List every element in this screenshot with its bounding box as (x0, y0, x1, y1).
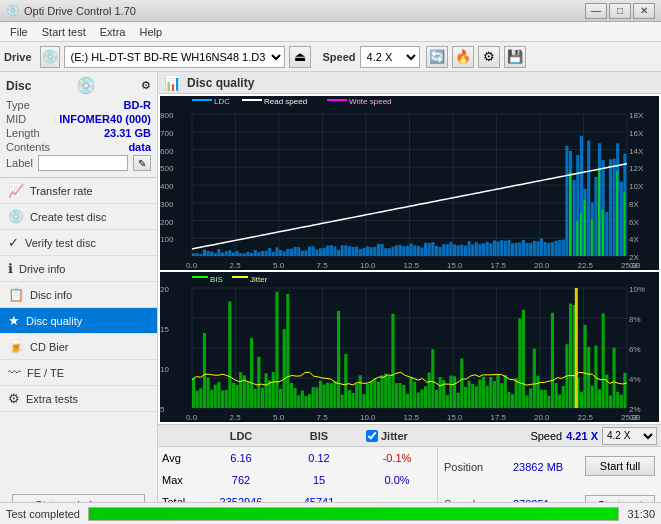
lower-chart (160, 272, 659, 422)
menubar: File Start test Extra Help (0, 22, 661, 42)
avg-row: Avg 6.16 0.12 -0.1% (158, 447, 437, 469)
nav-label-verify-test-disc: Verify test disc (25, 237, 96, 249)
progress-bar-fill (89, 508, 618, 520)
disc-config-icon: ⚙ (141, 79, 151, 92)
avg-jitter: -0.1% (362, 452, 432, 464)
app-icon: 💿 (6, 4, 20, 17)
nav-icon-transfer-rate: 📈 (8, 183, 24, 198)
lower-canvas (160, 272, 659, 422)
nav-icon-cd-bier: 🍺 (8, 339, 24, 354)
max-bis: 15 (284, 474, 354, 486)
mid-value: INFOMER40 (000) (59, 113, 151, 125)
progress-bar-container (88, 507, 619, 521)
label-input[interactable] (38, 155, 128, 171)
nav-icon-disc-quality: ★ (8, 313, 20, 328)
drive-icon-btn: 💿 (40, 46, 60, 68)
charts-wrapper (158, 94, 661, 424)
max-label: Max (162, 474, 198, 486)
nav-item-create-test-disc[interactable]: 💿Create test disc (0, 204, 157, 230)
maximize-button[interactable]: □ (609, 3, 631, 19)
nav-label-disc-quality: Disc quality (26, 315, 82, 327)
contents-value: data (128, 141, 151, 153)
nav-label-cd-bier: CD Bier (30, 341, 69, 353)
label-edit-button[interactable]: ✎ (133, 155, 151, 171)
nav-item-cd-bier[interactable]: 🍺CD Bier (0, 334, 157, 360)
nav-icon-drive-info: ℹ (8, 261, 13, 276)
nav-item-fe-te[interactable]: 〰FE / TE (0, 360, 157, 386)
minimize-button[interactable]: — (585, 3, 607, 19)
upper-canvas (160, 96, 659, 270)
status-text: Test completed (6, 508, 80, 520)
disc-section: Disc 💿 ⚙ Type BD-R MID INFOMER40 (000) L… (0, 72, 157, 178)
position-row: Position 23862 MB (444, 461, 573, 473)
stats-header-row: LDC BIS Jitter Speed 4.21 X 4.2 X (158, 425, 661, 447)
drive-select[interactable]: (E:) HL-DT-ST BD-RE WH16NS48 1.D3 (64, 46, 285, 68)
nav-item-transfer-rate[interactable]: 📈Transfer rate (0, 178, 157, 204)
label-label: Label (6, 157, 33, 169)
avg-ldc: 6.16 (206, 452, 276, 464)
window-controls: — □ ✕ (585, 3, 655, 19)
refresh-button[interactable]: 🔄 (426, 46, 448, 68)
save-button[interactable]: 💾 (504, 46, 526, 68)
speed-select[interactable]: 4.2 X (360, 46, 420, 68)
nav-item-verify-test-disc[interactable]: ✓Verify test disc (0, 230, 157, 256)
titlebar: 💿 Opti Drive Control 1.70 — □ ✕ (0, 0, 661, 22)
chart-title: Disc quality (187, 76, 254, 90)
speed-label: Speed (323, 51, 356, 63)
length-label: Length (6, 127, 40, 139)
mid-label: MID (6, 113, 26, 125)
jitter-checkbox[interactable] (366, 430, 378, 442)
type-value: BD-R (124, 99, 152, 111)
nav-label-create-test-disc: Create test disc (30, 211, 106, 223)
upper-chart (160, 96, 659, 270)
left-panel: Disc 💿 ⚙ Type BD-R MID INFOMER40 (000) L… (0, 72, 158, 524)
nav-label-drive-info: Drive info (19, 263, 65, 275)
speed-stat-select[interactable]: 4.2 X (602, 427, 657, 445)
close-button[interactable]: ✕ (633, 3, 655, 19)
chart-icon: 📊 (164, 75, 181, 91)
drive-toolbar: Drive 💿 (E:) HL-DT-ST BD-RE WH16NS48 1.D… (0, 42, 661, 72)
drive-label: Drive (4, 51, 32, 63)
nav-label-disc-info: Disc info (30, 289, 72, 301)
nav-icon-disc-info: 📋 (8, 287, 24, 302)
settings-button[interactable]: ⚙ (478, 46, 500, 68)
nav-label-extra-tests: Extra tests (26, 393, 78, 405)
ldc-header: LDC (206, 430, 276, 442)
nav-icon-create-test-disc: 💿 (8, 209, 24, 224)
nav-label-fe-te: FE / TE (27, 367, 64, 379)
burn-button[interactable]: 🔥 (452, 46, 474, 68)
main-content: Disc 💿 ⚙ Type BD-R MID INFOMER40 (000) L… (0, 72, 661, 524)
position-label: Position (444, 461, 509, 473)
nav-icon-fe-te: 〰 (8, 365, 21, 380)
chart-header: 📊 Disc quality (158, 72, 661, 94)
statusbar: Test completed 31:30 (0, 502, 661, 524)
nav-item-drive-info[interactable]: ℹDrive info (0, 256, 157, 282)
speed-col-val: 4.21 X (566, 430, 598, 442)
avg-label: Avg (162, 452, 198, 464)
start-full-button[interactable]: Start full (585, 456, 655, 476)
disc-section-title: Disc (6, 79, 31, 93)
nav-item-disc-quality[interactable]: ★Disc quality (0, 308, 157, 334)
nav-list: 📈Transfer rate💿Create test disc✓Verify t… (0, 178, 157, 412)
max-jitter: 0.0% (362, 474, 432, 486)
max-ldc: 762 (206, 474, 276, 486)
disc-icon: 💿 (76, 76, 96, 95)
position-val: 23862 MB (513, 461, 573, 473)
nav-label-transfer-rate: Transfer rate (30, 185, 93, 197)
eject-button[interactable]: ⏏ (289, 46, 311, 68)
right-panel: 📊 Disc quality LDC BIS Jitter (158, 72, 661, 524)
speed-col-label: Speed (530, 430, 562, 442)
menu-file[interactable]: File (4, 25, 34, 39)
bis-header: BIS (284, 430, 354, 442)
nav-item-extra-tests[interactable]: ⚙Extra tests (0, 386, 157, 412)
nav-icon-extra-tests: ⚙ (8, 391, 20, 406)
type-label: Type (6, 99, 30, 111)
max-row: Max 762 15 0.0% (158, 469, 437, 491)
menu-extra[interactable]: Extra (94, 25, 132, 39)
status-time: 31:30 (627, 508, 655, 520)
nav-item-disc-info[interactable]: 📋Disc info (0, 282, 157, 308)
menu-start-test[interactable]: Start test (36, 25, 92, 39)
menu-help[interactable]: Help (133, 25, 168, 39)
nav-icon-verify-test-disc: ✓ (8, 235, 19, 250)
length-value: 23.31 GB (104, 127, 151, 139)
